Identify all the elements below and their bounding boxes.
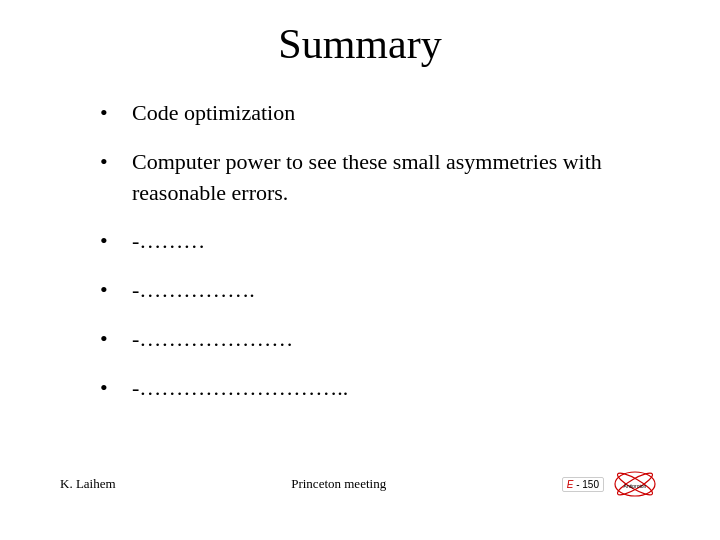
- bullet-text-6: -………………………..: [132, 373, 348, 404]
- bullet-dot-5: •: [100, 324, 124, 355]
- footer-venue: Princeton meeting: [291, 476, 386, 492]
- bullet-dot-4: •: [100, 275, 124, 306]
- slide-title: Summary: [60, 20, 660, 68]
- bullet-text-4: -…………….: [132, 275, 255, 306]
- bullet-dot-3: •: [100, 226, 124, 257]
- bullet-item-2: • Computer power to see these small asym…: [100, 147, 660, 209]
- footer-author: K. Laihem: [60, 476, 116, 492]
- slide-content: • Code optimization • Computer power to …: [60, 98, 660, 460]
- bullet-dot-2: •: [100, 147, 124, 178]
- bullet-text-5: -…………………: [132, 324, 293, 355]
- energy-value: - 150: [576, 479, 599, 490]
- energy-e-label: E: [567, 479, 574, 490]
- bullet-list: • Code optimization • Computer power to …: [100, 98, 660, 422]
- collaboration-logo: Antiproton: [610, 468, 660, 500]
- bullet-item-6: • -………………………..: [100, 373, 660, 404]
- bullet-item-5: • -…………………: [100, 324, 660, 355]
- energy-badge: E - 150: [562, 477, 604, 492]
- svg-text:Antiproton: Antiproton: [624, 483, 647, 489]
- bullet-item-1: • Code optimization: [100, 98, 660, 129]
- bullet-dot-6: •: [100, 373, 124, 404]
- bullet-text-2: Computer power to see these small asymme…: [132, 147, 660, 209]
- footer-logos: E - 150 Antiproton: [562, 468, 660, 500]
- bullet-item-3: • -………: [100, 226, 660, 257]
- energy-badge-container: E - 150 Antiproton: [562, 468, 660, 500]
- slide-footer: K. Laihem Princeton meeting E - 150 Anti…: [60, 460, 660, 500]
- bullet-text-1: Code optimization: [132, 98, 295, 129]
- bullet-dot-1: •: [100, 98, 124, 129]
- slide-container: Summary • Code optimization • Computer p…: [0, 0, 720, 540]
- bullet-item-4: • -…………….: [100, 275, 660, 306]
- bullet-text-3: -………: [132, 226, 205, 257]
